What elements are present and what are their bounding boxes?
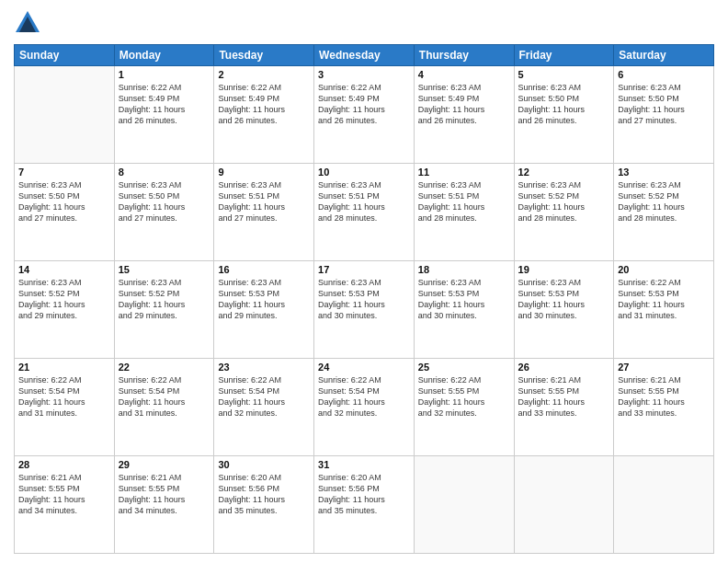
day-number: 3 — [318, 69, 410, 80]
calendar-cell: 17Sunrise: 6:23 AM Sunset: 5:53 PM Dayli… — [314, 261, 415, 359]
calendar-cell: 15Sunrise: 6:23 AM Sunset: 5:52 PM Dayli… — [114, 261, 214, 359]
day-info: Sunrise: 6:23 AM Sunset: 5:52 PM Dayligh… — [119, 277, 210, 322]
calendar-header-row: SundayMondayTuesdayWednesdayThursdayFrid… — [15, 45, 714, 66]
day-info: Sunrise: 6:23 AM Sunset: 5:49 PM Dayligh… — [418, 82, 510, 127]
calendar-cell: 27Sunrise: 6:21 AM Sunset: 5:55 PM Dayli… — [614, 359, 714, 456]
page: SundayMondayTuesdayWednesdayThursdayFrid… — [0, 0, 728, 563]
calendar-cell: 8Sunrise: 6:23 AM Sunset: 5:50 PM Daylig… — [114, 164, 214, 261]
calendar-cell: 14Sunrise: 6:23 AM Sunset: 5:52 PM Dayli… — [15, 261, 115, 359]
day-number: 13 — [618, 167, 710, 178]
day-info: Sunrise: 6:22 AM Sunset: 5:49 PM Dayligh… — [218, 82, 310, 127]
calendar-cell: 16Sunrise: 6:23 AM Sunset: 5:53 PM Dayli… — [214, 261, 314, 359]
calendar-header-saturday: Saturday — [614, 45, 714, 66]
day-number: 28 — [18, 459, 110, 470]
day-number: 2 — [218, 69, 310, 80]
logo-icon — [14, 9, 41, 37]
day-info: Sunrise: 6:23 AM Sunset: 5:51 PM Dayligh… — [418, 179, 510, 224]
calendar-header-friday: Friday — [514, 45, 614, 66]
day-info: Sunrise: 6:23 AM Sunset: 5:52 PM Dayligh… — [518, 179, 610, 224]
day-number: 15 — [119, 264, 210, 275]
day-number: 6 — [618, 69, 710, 80]
day-number: 14 — [18, 264, 110, 275]
calendar-cell: 3Sunrise: 6:22 AM Sunset: 5:49 PM Daylig… — [314, 66, 415, 164]
day-info: Sunrise: 6:21 AM Sunset: 5:55 PM Dayligh… — [618, 374, 710, 419]
calendar-cell: 19Sunrise: 6:23 AM Sunset: 5:53 PM Dayli… — [514, 261, 614, 359]
day-number: 30 — [218, 459, 310, 470]
day-number: 26 — [518, 362, 610, 373]
day-number: 25 — [418, 362, 510, 373]
day-number: 7 — [18, 167, 110, 178]
day-number: 29 — [119, 459, 210, 470]
calendar-cell — [614, 456, 714, 554]
calendar-cell: 21Sunrise: 6:22 AM Sunset: 5:54 PM Dayli… — [15, 359, 115, 456]
calendar-cell: 28Sunrise: 6:21 AM Sunset: 5:55 PM Dayli… — [15, 456, 115, 554]
calendar: SundayMondayTuesdayWednesdayThursdayFrid… — [14, 44, 714, 554]
day-info: Sunrise: 6:23 AM Sunset: 5:50 PM Dayligh… — [119, 179, 210, 224]
calendar-header-wednesday: Wednesday — [314, 45, 415, 66]
day-info: Sunrise: 6:22 AM Sunset: 5:55 PM Dayligh… — [418, 374, 510, 419]
calendar-cell: 18Sunrise: 6:23 AM Sunset: 5:53 PM Dayli… — [414, 261, 514, 359]
day-info: Sunrise: 6:23 AM Sunset: 5:53 PM Dayligh… — [318, 277, 410, 322]
day-info: Sunrise: 6:23 AM Sunset: 5:50 PM Dayligh… — [518, 82, 610, 127]
header — [14, 9, 714, 37]
day-number: 10 — [318, 167, 410, 178]
calendar-cell: 30Sunrise: 6:20 AM Sunset: 5:56 PM Dayli… — [214, 456, 314, 554]
day-number: 31 — [318, 459, 410, 470]
day-info: Sunrise: 6:20 AM Sunset: 5:56 PM Dayligh… — [218, 472, 310, 517]
day-number: 5 — [518, 69, 610, 80]
calendar-cell: 7Sunrise: 6:23 AM Sunset: 5:50 PM Daylig… — [15, 164, 115, 261]
calendar-cell: 24Sunrise: 6:22 AM Sunset: 5:54 PM Dayli… — [314, 359, 415, 456]
day-number: 18 — [418, 264, 510, 275]
day-info: Sunrise: 6:23 AM Sunset: 5:50 PM Dayligh… — [18, 179, 110, 224]
day-info: Sunrise: 6:22 AM Sunset: 5:54 PM Dayligh… — [318, 374, 410, 419]
calendar-cell: 11Sunrise: 6:23 AM Sunset: 5:51 PM Dayli… — [414, 164, 514, 261]
calendar-cell: 25Sunrise: 6:22 AM Sunset: 5:55 PM Dayli… — [414, 359, 514, 456]
day-info: Sunrise: 6:23 AM Sunset: 5:51 PM Dayligh… — [318, 179, 410, 224]
day-number: 8 — [119, 167, 210, 178]
day-number: 9 — [218, 167, 310, 178]
calendar-week-1: 1Sunrise: 6:22 AM Sunset: 5:49 PM Daylig… — [15, 66, 714, 164]
day-info: Sunrise: 6:22 AM Sunset: 5:54 PM Dayligh… — [119, 374, 210, 419]
day-number: 24 — [318, 362, 410, 373]
day-number: 22 — [119, 362, 210, 373]
calendar-header-tuesday: Tuesday — [214, 45, 314, 66]
day-number: 23 — [218, 362, 310, 373]
calendar-cell: 20Sunrise: 6:22 AM Sunset: 5:53 PM Dayli… — [614, 261, 714, 359]
day-info: Sunrise: 6:22 AM Sunset: 5:49 PM Dayligh… — [318, 82, 410, 127]
calendar-cell — [514, 456, 614, 554]
calendar-cell — [15, 66, 115, 164]
day-number: 20 — [618, 264, 710, 275]
calendar-week-2: 7Sunrise: 6:23 AM Sunset: 5:50 PM Daylig… — [15, 164, 714, 261]
day-info: Sunrise: 6:22 AM Sunset: 5:54 PM Dayligh… — [18, 374, 110, 419]
calendar-cell: 5Sunrise: 6:23 AM Sunset: 5:50 PM Daylig… — [514, 66, 614, 164]
day-number: 1 — [119, 69, 210, 80]
calendar-cell: 1Sunrise: 6:22 AM Sunset: 5:49 PM Daylig… — [114, 66, 214, 164]
calendar-week-4: 21Sunrise: 6:22 AM Sunset: 5:54 PM Dayli… — [15, 359, 714, 456]
day-number: 16 — [218, 264, 310, 275]
calendar-cell: 10Sunrise: 6:23 AM Sunset: 5:51 PM Dayli… — [314, 164, 415, 261]
calendar-week-5: 28Sunrise: 6:21 AM Sunset: 5:55 PM Dayli… — [15, 456, 714, 554]
day-number: 11 — [418, 167, 510, 178]
calendar-cell: 13Sunrise: 6:23 AM Sunset: 5:52 PM Dayli… — [614, 164, 714, 261]
day-number: 17 — [318, 264, 410, 275]
day-number: 27 — [618, 362, 710, 373]
calendar-cell: 26Sunrise: 6:21 AM Sunset: 5:55 PM Dayli… — [514, 359, 614, 456]
day-info: Sunrise: 6:23 AM Sunset: 5:52 PM Dayligh… — [18, 277, 110, 322]
calendar-cell: 12Sunrise: 6:23 AM Sunset: 5:52 PM Dayli… — [514, 164, 614, 261]
day-info: Sunrise: 6:20 AM Sunset: 5:56 PM Dayligh… — [318, 472, 410, 517]
day-info: Sunrise: 6:23 AM Sunset: 5:51 PM Dayligh… — [218, 179, 310, 224]
day-info: Sunrise: 6:22 AM Sunset: 5:54 PM Dayligh… — [218, 374, 310, 419]
calendar-cell: 9Sunrise: 6:23 AM Sunset: 5:51 PM Daylig… — [214, 164, 314, 261]
calendar-cell: 31Sunrise: 6:20 AM Sunset: 5:56 PM Dayli… — [314, 456, 415, 554]
day-info: Sunrise: 6:23 AM Sunset: 5:52 PM Dayligh… — [618, 179, 710, 224]
calendar-header-sunday: Sunday — [15, 45, 115, 66]
day-info: Sunrise: 6:23 AM Sunset: 5:50 PM Dayligh… — [618, 82, 710, 127]
day-info: Sunrise: 6:21 AM Sunset: 5:55 PM Dayligh… — [518, 374, 610, 419]
calendar-cell: 23Sunrise: 6:22 AM Sunset: 5:54 PM Dayli… — [214, 359, 314, 456]
calendar-header-thursday: Thursday — [414, 45, 514, 66]
calendar-cell: 2Sunrise: 6:22 AM Sunset: 5:49 PM Daylig… — [214, 66, 314, 164]
calendar-cell: 29Sunrise: 6:21 AM Sunset: 5:55 PM Dayli… — [114, 456, 214, 554]
day-number: 4 — [418, 69, 510, 80]
calendar-week-3: 14Sunrise: 6:23 AM Sunset: 5:52 PM Dayli… — [15, 261, 714, 359]
calendar-header-monday: Monday — [114, 45, 214, 66]
